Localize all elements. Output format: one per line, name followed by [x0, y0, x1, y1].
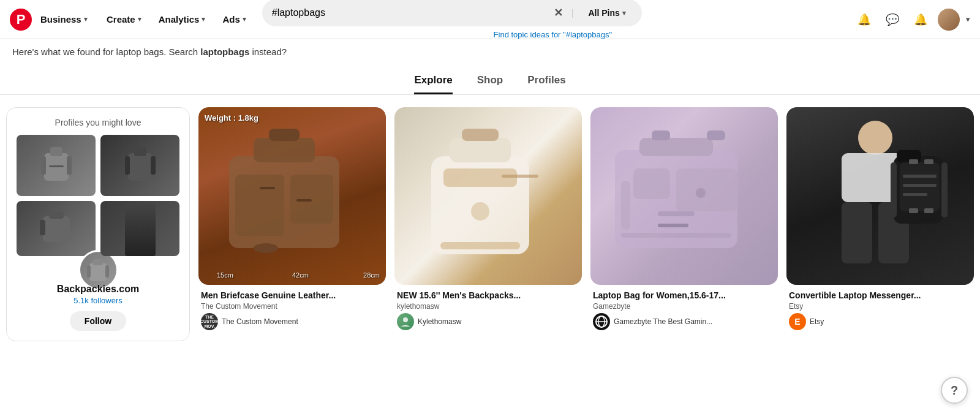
nav-analytics[interactable]: Analytics ▾ — [153, 10, 212, 28]
svg-rect-19 — [235, 175, 284, 236]
pins-grid: Weight : 1.8kg 28cm 15cm 42cm Men Briefc… — [198, 107, 974, 341]
pin-title-2: NEW 15.6'' Men's Backpacks... — [397, 290, 579, 301]
svg-point-21 — [254, 243, 278, 253]
pin-author-name-2: Kylethomasw — [418, 317, 461, 326]
header-icons: 🔔 💬 🔔 ▾ — [853, 9, 970, 31]
svg-rect-18 — [269, 129, 300, 141]
svg-rect-8 — [151, 156, 156, 175]
pin-title-1: Men Briefcase Genuine Leather... — [201, 290, 383, 301]
pin-card[interactable]: Laptop Bag for Women,15.6-17... Gamezbyt… — [590, 107, 778, 341]
nav-create[interactable]: Create ▾ — [100, 10, 148, 28]
svg-rect-41 — [621, 181, 630, 230]
svg-rect-30 — [502, 175, 538, 178]
pin-author-row-3: Gamezbyte The Best Gamin... — [593, 313, 775, 330]
svg-rect-53 — [903, 175, 937, 178]
pinterest-logo[interactable]: P — [10, 9, 32, 31]
result-keyword[interactable]: laptopbags — [200, 47, 249, 57]
svg-point-40 — [696, 188, 706, 198]
svg-rect-38 — [658, 211, 695, 216]
svg-rect-54 — [903, 184, 937, 187]
notification-button[interactable]: 🔔 — [910, 9, 932, 31]
create-chevron: ▾ — [138, 15, 141, 23]
pin-author-avatar-1: THECUSTOMMOV. — [201, 313, 218, 330]
pin-image-2 — [394, 107, 582, 285]
pin-source-3: Gamezbyte — [593, 302, 775, 311]
follow-button[interactable]: Follow — [70, 311, 126, 331]
svg-rect-23 — [296, 199, 312, 202]
svg-rect-39 — [658, 224, 688, 227]
bell-button[interactable]: 🔔 — [853, 9, 875, 31]
pin-source-2: kylethomasw — [397, 302, 579, 311]
pin-image-4 — [786, 107, 974, 285]
pin-author-row-4: E Etsy — [789, 313, 971, 330]
svg-rect-34 — [652, 130, 670, 140]
tab-shop[interactable]: Shop — [477, 74, 503, 94]
filter-chevron: ▾ — [622, 9, 626, 17]
tabs: Explore Shop Profiles — [0, 74, 980, 95]
pin-author-name-4: Etsy — [810, 317, 824, 326]
pin-card[interactable]: Weight : 1.8kg 28cm 15cm 42cm Men Briefc… — [198, 107, 386, 341]
svg-rect-11 — [40, 220, 45, 235]
svg-rect-26 — [462, 129, 499, 141]
svg-rect-1 — [50, 147, 62, 156]
svg-rect-7 — [125, 156, 130, 175]
nav-business[interactable]: Business ▾ — [34, 10, 94, 28]
svg-point-46 — [858, 121, 892, 155]
search-bar: ✕ | All Pins ▾ — [262, 0, 642, 26]
svg-rect-10 — [49, 211, 64, 219]
avatar-chevron[interactable]: ▾ — [966, 15, 970, 24]
svg-rect-4 — [49, 165, 64, 167]
pin-label-1: Weight : 1.8kg — [205, 113, 258, 123]
analytics-chevron: ▾ — [202, 15, 205, 23]
avatar-image — [938, 9, 960, 31]
backpack-icon-2 — [122, 144, 159, 187]
analytics-label: Analytics — [159, 14, 200, 25]
nav-ads[interactable]: Ads ▾ — [216, 10, 252, 28]
leather-bag-svg — [217, 126, 352, 267]
svg-rect-17 — [254, 138, 315, 162]
svg-rect-36 — [633, 168, 670, 199]
pin-image-3 — [590, 107, 778, 285]
svg-rect-60 — [909, 208, 918, 213]
pin-author-row-1: THECUSTOMMOV. The Custom Movement — [201, 313, 383, 330]
profile-name: Backpackies.com — [17, 284, 179, 295]
profile-img-3 — [17, 201, 96, 256]
svg-rect-22 — [260, 187, 275, 189]
pin-author-name-1: The Custom Movement — [222, 317, 298, 326]
pin-title-3: Laptop Bag for Women,15.6-17... — [593, 290, 775, 301]
svg-rect-35 — [707, 130, 725, 140]
svg-rect-33 — [639, 138, 713, 156]
svg-rect-37 — [676, 168, 737, 211]
header: P Business ▾ Create ▾ Analytics ▾ Ads ▾ … — [0, 0, 980, 39]
svg-rect-2 — [41, 156, 46, 175]
pin-title-4: Convertible Laptop Messenger... — [789, 290, 971, 301]
profile-followers: 5.1k followers — [17, 296, 179, 305]
search-clear-icon[interactable]: ✕ — [554, 6, 563, 20]
pin-image-1: Weight : 1.8kg 28cm 15cm 42cm — [198, 107, 386, 285]
filter-label: All Pins — [588, 8, 619, 18]
result-message: Here's what we found for laptop bags. Se… — [0, 39, 980, 64]
avatar[interactable] — [938, 9, 960, 31]
svg-rect-57 — [941, 162, 948, 217]
svg-rect-5 — [128, 153, 153, 181]
svg-rect-42 — [621, 233, 731, 238]
svg-rect-29 — [440, 242, 520, 249]
filter-button[interactable]: All Pins ▾ — [582, 4, 631, 21]
svg-point-31 — [403, 317, 408, 322]
svg-rect-56 — [891, 162, 897, 217]
search-hint[interactable]: Find topic ideas for "#laptopbags" — [257, 30, 848, 39]
svg-rect-20 — [290, 175, 333, 224]
kylethomasw-avatar-icon — [399, 316, 412, 328]
purple-bag-svg — [603, 126, 750, 273]
pin-card[interactable]: Convertible Laptop Messenger... Etsy E E… — [786, 107, 974, 341]
tab-explore[interactable]: Explore — [414, 74, 452, 94]
tab-profiles[interactable]: Profiles — [527, 74, 565, 94]
pin-card[interactable]: NEW 15.6'' Men's Backpacks... kylethomas… — [394, 107, 582, 341]
svg-rect-12 — [89, 263, 107, 281]
profiles-sidebar: Profiles you might love — [6, 107, 190, 341]
backpack-icon-3 — [38, 209, 75, 249]
search-input[interactable] — [272, 7, 549, 18]
create-label: Create — [107, 14, 135, 25]
chat-button[interactable]: 💬 — [881, 9, 903, 31]
business-label: Business — [40, 14, 81, 25]
